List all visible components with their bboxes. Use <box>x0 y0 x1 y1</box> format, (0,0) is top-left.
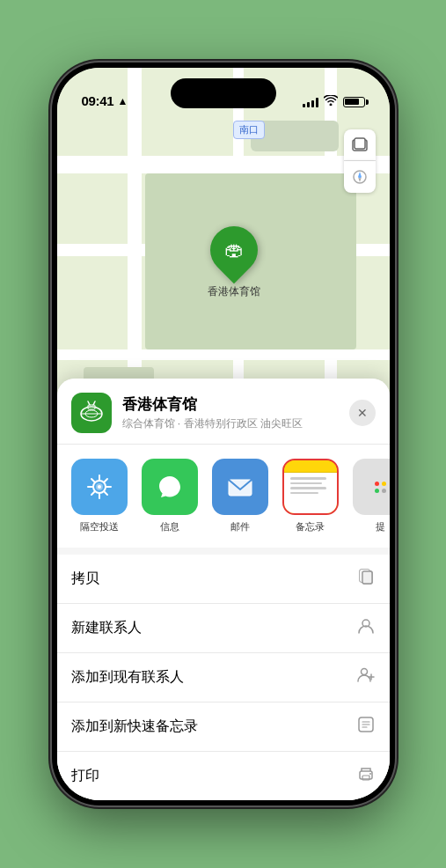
signal-bar-1 <box>303 104 305 107</box>
dot-yellow <box>382 482 386 486</box>
mail-icon <box>212 459 268 515</box>
action-print[interactable]: 打印 <box>57 752 390 800</box>
phone-screen: 09:41 ▲ <box>57 68 390 800</box>
action-quick-note[interactable]: 添加到新快速备忘录 <box>57 702 390 752</box>
map-entrance-label: 南口 <box>233 121 265 139</box>
mail-label: 邮件 <box>230 520 250 533</box>
marker-label: 香港体育馆 <box>208 284 260 299</box>
venue-desc: 综合体育馆 · 香港特别行政区 油尖旺区 <box>122 416 339 431</box>
action-new-contact[interactable]: 新建联系人 <box>57 604 390 653</box>
status-icons <box>303 95 365 108</box>
phone-frame: 09:41 ▲ <box>52 63 395 805</box>
svg-point-21 <box>361 669 367 675</box>
signal-bars <box>303 97 318 107</box>
svg-rect-19 <box>362 571 372 584</box>
status-time: 09:41 <box>82 93 114 108</box>
bottom-sheet: 香港体育馆 综合体育馆 · 香港特别行政区 油尖旺区 ✕ <box>57 379 390 800</box>
action-copy-label: 拷贝 <box>71 570 99 588</box>
notes-label: 备忘录 <box>296 520 325 533</box>
action-add-existing[interactable]: 添加到现有联系人 <box>57 653 390 702</box>
share-row: 隔空投送 信息 <box>57 445 390 548</box>
dot-gray <box>382 489 386 493</box>
svg-line-10 <box>93 401 95 405</box>
battery-fill <box>345 99 359 105</box>
venue-icon <box>71 393 112 433</box>
location-marker: 🏟 香港体育馆 <box>208 226 260 299</box>
wifi-icon <box>324 95 338 108</box>
notes-icon <box>282 459 339 515</box>
share-item-messages[interactable]: 信息 <box>142 459 198 533</box>
add-contact-icon <box>356 666 376 689</box>
copy-icon <box>356 567 376 591</box>
quick-note-icon <box>356 715 376 739</box>
signal-bar-2 <box>307 102 310 107</box>
messages-icon <box>142 459 198 515</box>
share-item-mail[interactable]: 邮件 <box>212 459 268 533</box>
share-item-more[interactable]: 提 <box>353 459 390 533</box>
share-item-airdrop[interactable]: 隔空投送 <box>71 459 128 533</box>
svg-point-30 <box>369 773 371 775</box>
airdrop-label: 隔空投送 <box>80 520 119 533</box>
messages-label: 信息 <box>160 520 179 533</box>
new-contact-icon <box>356 616 376 640</box>
sheet-header: 香港体育馆 综合体育馆 · 香港特别行政区 油尖旺区 ✕ <box>57 379 390 445</box>
close-button[interactable]: ✕ <box>349 400 376 426</box>
map-layers-button[interactable] <box>344 129 376 161</box>
action-new-contact-label: 新建联系人 <box>71 619 142 637</box>
dot-green <box>375 489 379 493</box>
svg-point-13 <box>98 485 101 489</box>
action-list: 拷贝 新建联系人 <box>57 555 390 800</box>
dot-red <box>375 482 379 486</box>
dynamic-island <box>171 78 276 108</box>
svg-rect-1 <box>355 138 365 149</box>
airdrop-icon <box>71 459 128 515</box>
marker-pin: 🏟 <box>200 217 267 283</box>
venue-info: 香港体育馆 综合体育馆 · 香港特别行政区 油尖旺区 <box>122 394 339 431</box>
map-controls <box>344 129 376 193</box>
venue-name: 香港体育馆 <box>122 394 339 415</box>
more-label: 提 <box>376 520 385 533</box>
map-road <box>57 156 390 173</box>
location-arrow-icon: ▲ <box>117 95 128 107</box>
compass-button[interactable] <box>344 161 376 193</box>
action-print-label: 打印 <box>71 767 99 785</box>
battery-icon <box>343 97 365 107</box>
action-add-existing-label: 添加到现有联系人 <box>71 668 184 687</box>
more-icon <box>353 459 390 515</box>
venue-marker-icon: 🏟 <box>224 239 244 261</box>
print-icon <box>356 764 376 788</box>
signal-bar-3 <box>311 100 314 107</box>
action-copy[interactable]: 拷贝 <box>57 555 390 604</box>
signal-bar-4 <box>316 98 318 107</box>
action-quick-note-label: 添加到新快速备忘录 <box>71 717 198 736</box>
dots-grid <box>375 482 386 493</box>
map-road <box>57 349 390 360</box>
share-item-notes[interactable]: 备忘录 <box>282 459 339 533</box>
svg-line-9 <box>88 401 90 405</box>
